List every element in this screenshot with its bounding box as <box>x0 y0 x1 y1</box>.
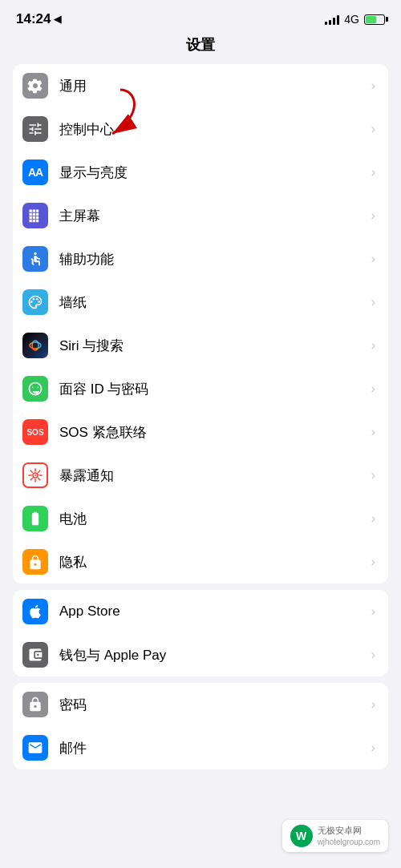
watermark-logo: W <box>290 825 313 847</box>
sliders-icon <box>22 116 48 142</box>
xianshi-label: 显示与亮度 <box>59 164 365 182</box>
fuzhu-label: 辅助功能 <box>59 250 365 268</box>
svg-point-3 <box>33 298 35 301</box>
password-icon <box>22 692 48 717</box>
applepay-label: 钱包与 Apple Pay <box>59 646 365 664</box>
settings-item-yinsi[interactable]: 隐私 › <box>13 540 388 583</box>
settings-item-kongzhi[interactable]: 控制中心 › <box>13 107 388 151</box>
chevron-icon: › <box>371 697 375 712</box>
settings-group-more: 密码 › 邮件 › <box>0 683 401 769</box>
svg-line-16 <box>38 470 40 472</box>
page-title: 设置 <box>0 32 401 64</box>
chevron-icon: › <box>371 604 375 619</box>
watermark: W 无极安卓网 wjhotelgroup.com <box>282 820 388 852</box>
accessibility-icon <box>22 246 48 272</box>
settings-item-applepay[interactable]: 钱包与 Apple Pay › <box>13 633 388 676</box>
settings-group-apps: App Store › 钱包与 Apple Pay › <box>0 590 401 676</box>
chevron-icon: › <box>371 511 375 526</box>
homescreen-icon <box>22 203 48 228</box>
baolu-label: 暴露通知 <box>59 466 365 485</box>
chevron-icon: › <box>371 122 375 136</box>
status-bar: 14:24 ◀ 4G <box>0 0 401 32</box>
chevron-icon: › <box>371 382 375 396</box>
chevron-icon: › <box>371 165 375 180</box>
watermark-text: 无极安卓网 wjhotelgroup.com <box>318 825 380 846</box>
battery-icon <box>364 14 385 25</box>
settings-item-fuzhu[interactable]: 辅助功能 › <box>13 237 388 281</box>
settings-item-sos[interactable]: SOS SOS 紧急联络 › <box>13 410 388 454</box>
settings-item-mianrong[interactable]: 面容 ID 与密码 › <box>13 367 388 410</box>
appstore-icon <box>22 599 48 624</box>
tongyong-label: 通用 <box>59 77 365 95</box>
zhupingmu-label: 主屏幕 <box>59 207 365 225</box>
chevron-icon: › <box>371 468 375 482</box>
appstore-label: App Store <box>59 604 365 620</box>
settings-group-general: 通用 › 控制中心 › AA 显示与亮度 › 主屏幕 › <box>0 64 401 583</box>
settings-item-tongyong[interactable]: 通用 › <box>13 64 388 107</box>
dianci-label: 电池 <box>59 510 365 528</box>
settings-list-apps: App Store › 钱包与 Apple Pay › <box>13 590 388 676</box>
settings-item-xianshi[interactable]: AA 显示与亮度 › <box>13 151 388 194</box>
display-icon: AA <box>22 159 48 185</box>
chevron-icon: › <box>371 425 375 439</box>
status-time: 14:24 ◀ <box>16 11 61 27</box>
svg-point-9 <box>34 474 36 476</box>
network-label: 4G <box>344 13 359 26</box>
chevron-icon: › <box>371 338 375 353</box>
svg-point-2 <box>30 301 33 303</box>
yinsi-label: 隐私 <box>59 553 365 571</box>
svg-line-17 <box>30 478 32 480</box>
svg-point-1 <box>34 252 36 255</box>
settings-item-youjian[interactable]: 邮件 › <box>13 726 388 769</box>
settings-item-zhupingmu[interactable]: 主屏幕 › <box>13 194 388 237</box>
chevron-icon: › <box>371 555 375 569</box>
sos-label: SOS 紧急联络 <box>59 423 365 442</box>
svg-line-14 <box>30 470 32 472</box>
chevron-icon: › <box>371 648 375 662</box>
gear-icon <box>22 73 48 99</box>
chevron-icon: › <box>371 79 375 93</box>
chevron-icon: › <box>371 741 375 755</box>
faceid-icon <box>22 376 48 402</box>
svg-point-4 <box>36 298 38 301</box>
settings-item-dianci[interactable]: 电池 › <box>13 497 388 540</box>
wallet-icon <box>22 642 48 668</box>
chevron-icon: › <box>371 252 375 266</box>
chevron-icon: › <box>371 208 375 223</box>
svg-point-6 <box>30 342 41 349</box>
svg-point-5 <box>38 301 40 303</box>
siri-label: Siri 与搜索 <box>59 337 365 355</box>
exposure-icon <box>22 462 48 488</box>
mail-icon <box>22 735 48 761</box>
battery-fill <box>366 16 376 23</box>
wallpaper-icon <box>22 289 48 315</box>
settings-list-general: 通用 › 控制中心 › AA 显示与亮度 › 主屏幕 › <box>13 64 388 583</box>
privacy-icon <box>22 549 48 575</box>
signal-icon <box>325 14 339 25</box>
settings-list-more: 密码 › 邮件 › <box>13 683 388 769</box>
time-display: 14:24 <box>16 11 51 27</box>
chevron-icon: › <box>371 295 375 309</box>
qiangzhi-label: 墙纸 <box>59 293 365 312</box>
sos-icon: SOS <box>22 419 48 445</box>
mianrong-label: 面容 ID 与密码 <box>59 380 365 398</box>
siri-icon <box>22 333 48 358</box>
mima-label: 密码 <box>59 696 365 714</box>
settings-item-mima[interactable]: 密码 › <box>13 683 388 726</box>
svg-line-15 <box>38 478 40 480</box>
status-right: 4G <box>325 13 385 26</box>
settings-item-qiangzhi[interactable]: 墙纸 › <box>13 281 388 324</box>
location-icon: ◀ <box>54 14 61 25</box>
settings-item-baolu[interactable]: 暴露通知 › <box>13 454 388 497</box>
settings-item-siri[interactable]: Siri 与搜索 › <box>13 324 388 367</box>
kongzhi-label: 控制中心 <box>59 120 365 139</box>
settings-item-appstore[interactable]: App Store › <box>13 590 388 633</box>
youjian-label: 邮件 <box>59 739 365 757</box>
battery-settings-icon <box>22 506 48 531</box>
